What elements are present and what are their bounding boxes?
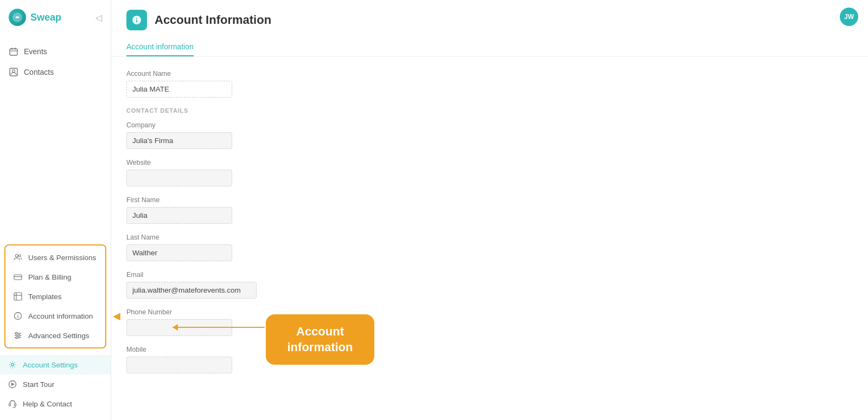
mobile-input[interactable] xyxy=(126,357,232,373)
contact-icon xyxy=(9,67,18,77)
website-input[interactable] xyxy=(126,170,232,186)
sidebar-footer: Account Settings Start Tour xyxy=(0,353,111,420)
mobile-label: Mobile xyxy=(126,346,853,353)
email-label: Email xyxy=(126,271,853,279)
tab-account-information[interactable]: Account information xyxy=(126,38,194,56)
website-label: Website xyxy=(126,159,853,166)
first-name-group: First Name xyxy=(126,196,853,224)
first-name-label: First Name xyxy=(126,196,853,204)
last-name-group: Last Name xyxy=(126,234,853,261)
svg-point-23 xyxy=(11,364,14,366)
email-group: Email xyxy=(126,271,853,299)
account-name-group: Account Name xyxy=(126,70,853,98)
headset-icon xyxy=(8,399,17,409)
last-name-label: Last Name xyxy=(126,234,853,241)
first-name-input[interactable] xyxy=(126,207,232,224)
company-label: Company xyxy=(126,121,853,129)
play-icon xyxy=(8,379,17,389)
svg-point-20 xyxy=(18,334,20,337)
account-name-label: Account Name xyxy=(126,70,853,77)
calendar-icon xyxy=(9,47,18,56)
mobile-group: Mobile xyxy=(126,346,853,373)
sidebar-item-start-tour-label: Start Tour xyxy=(23,380,54,389)
sidebar-item-plan-billing-label: Plan & Billing xyxy=(28,273,72,281)
page-tabs: Account information xyxy=(126,38,853,56)
sidebar-item-account-settings-label: Account Settings xyxy=(23,361,78,369)
form-area: Account Name CONTACT DETAILS Company Web… xyxy=(111,57,868,420)
sidebar-header: Sweap ◁ xyxy=(0,0,111,37)
sidebar-item-contacts-label: Contacts xyxy=(24,68,54,76)
phone-label: Phone Number xyxy=(126,308,853,316)
email-input[interactable] xyxy=(126,282,257,299)
sidebar-item-users-permissions-label: Users & Permissions xyxy=(28,254,96,262)
svg-point-15 xyxy=(17,314,18,315)
settings-panel: Users & Permissions Plan & Billing Temp xyxy=(4,244,106,348)
gear-icon xyxy=(8,360,17,370)
tooltip-text: Accountinformation xyxy=(288,325,353,354)
svg-rect-1 xyxy=(10,49,17,55)
main-content: Account Information Account information … xyxy=(111,0,868,420)
sidebar-item-help-contact-label: Help & Contact xyxy=(23,400,72,408)
sidebar-item-help-contact[interactable]: Help & Contact xyxy=(0,394,111,413)
sidebar-item-templates[interactable]: Templates xyxy=(5,287,105,306)
svg-rect-27 xyxy=(15,404,16,406)
sidebar-item-advanced-settings-label: Advanced Settings xyxy=(28,332,90,340)
sidebar-nav: Events Contacts xyxy=(0,37,111,240)
svg-point-18 xyxy=(15,332,17,334)
collapse-sidebar-button[interactable]: ◁ xyxy=(95,12,102,23)
logo-text: Sweap xyxy=(30,12,61,23)
info-icon xyxy=(13,311,23,321)
svg-point-6 xyxy=(12,70,15,73)
svg-point-8 xyxy=(19,255,21,257)
sidebar-item-events[interactable]: Events xyxy=(0,41,111,62)
sidebar-item-account-information-label: Account information xyxy=(28,312,93,320)
phone-group: Phone Number xyxy=(126,308,853,336)
sidebar-item-account-information[interactable]: Account information ◀ xyxy=(5,306,105,326)
page-header: Account Information Account information xyxy=(111,0,868,57)
svg-point-22 xyxy=(16,337,18,339)
sidebar-item-plan-billing[interactable]: Plan & Billing xyxy=(5,267,105,287)
account-name-input[interactable] xyxy=(126,81,232,98)
billing-icon xyxy=(13,272,23,282)
sidebar-item-users-permissions[interactable]: Users & Permissions xyxy=(5,248,105,267)
last-name-input[interactable] xyxy=(126,244,232,261)
company-group: Company xyxy=(126,121,853,149)
svg-point-7 xyxy=(16,255,18,257)
tooltip-balloon: Accountinformation xyxy=(266,314,374,365)
user-avatar[interactable]: JW xyxy=(840,8,858,26)
tooltip-arrow xyxy=(173,327,265,328)
svg-point-29 xyxy=(136,18,137,19)
svg-marker-25 xyxy=(11,383,15,386)
sidebar-item-contacts[interactable]: Contacts xyxy=(0,62,111,82)
sliders-icon xyxy=(13,331,23,340)
logo: Sweap xyxy=(9,9,61,26)
users-icon xyxy=(13,253,23,262)
svg-rect-26 xyxy=(9,404,11,406)
arrow-indicator: ◀ xyxy=(113,310,120,322)
sidebar-item-advanced-settings[interactable]: Advanced Settings xyxy=(5,326,105,345)
logo-icon xyxy=(9,9,26,26)
sidebar-item-events-label: Events xyxy=(24,47,47,56)
page-icon xyxy=(126,10,147,30)
page-title: Account Information xyxy=(155,13,271,27)
svg-rect-11 xyxy=(14,293,22,300)
contact-details-section-label: CONTACT DETAILS xyxy=(126,107,853,114)
svg-rect-9 xyxy=(14,275,22,280)
sidebar-item-templates-label: Templates xyxy=(28,293,62,301)
sidebar: Sweap ◁ Events xyxy=(0,0,111,420)
sidebar-item-start-tour[interactable]: Start Tour xyxy=(0,374,111,394)
templates-icon xyxy=(13,292,23,301)
page-title-row: Account Information xyxy=(126,10,853,30)
website-group: Website xyxy=(126,159,853,186)
company-input[interactable] xyxy=(126,132,232,149)
sidebar-item-account-settings[interactable]: Account Settings xyxy=(0,355,111,374)
